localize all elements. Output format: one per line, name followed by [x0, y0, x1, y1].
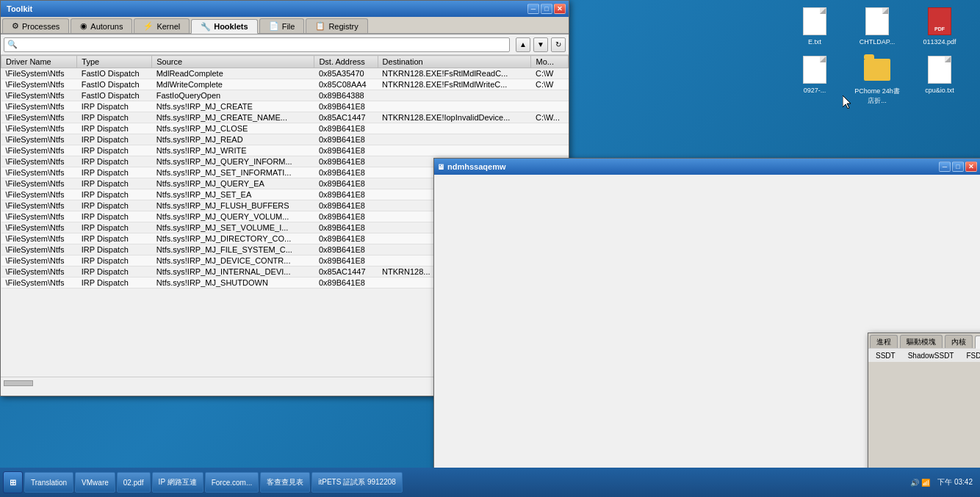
- cell-driver: \FileSystem\Ntfs: [1, 189, 77, 200]
- desktop-icon-0927[interactable]: 0927-...: [789, 52, 840, 109]
- tab-icon: ⚡: [143, 21, 154, 31]
- cell-dst: 0x89B641E8: [314, 233, 378, 244]
- tab-icon: 📋: [315, 21, 325, 31]
- mouse-cursor: [843, 95, 851, 109]
- cell-dst: 0x89B641E8: [314, 277, 378, 289]
- cell-type: FastIO Dispatch: [77, 68, 152, 79]
- cell-source: Ntfs.sys!IRP_MJ_INTERNAL_DEVI...: [152, 266, 314, 277]
- tab-驅動模塊[interactable]: 驅動模塊: [900, 335, 943, 348]
- table-row[interactable]: \FileSystem\Ntfs FastIO Dispatch FastIoQ…: [1, 90, 569, 101]
- tab-hooklets[interactable]: 🔧 Hooklets: [191, 19, 257, 34]
- tab-autoruns[interactable]: ◉ Autoruns: [71, 18, 132, 33]
- tab-內核[interactable]: 內核: [945, 335, 973, 348]
- taskbar-item[interactable]: Force.com...: [205, 472, 259, 493]
- tab-icon: ◉: [80, 21, 87, 31]
- cell-type: IRP Dispatch: [77, 101, 152, 112]
- minimize-button-2[interactable]: ─: [939, 162, 951, 172]
- cell-type: IRP Dispatch: [77, 222, 152, 233]
- cell-dst: 0x89B641E8: [314, 134, 378, 145]
- cell-type: IRP Dispatch: [77, 178, 152, 189]
- cell-source: Ntfs.sys!IRP_MJ_CREATE: [152, 101, 314, 112]
- cell-mod: [531, 101, 569, 112]
- table-row[interactable]: \FileSystem\Ntfs IRP Dispatch Ntfs.sys!I…: [1, 123, 569, 134]
- cell-source: Ntfs.sys!IRP_MJ_CLOSE: [152, 123, 314, 134]
- cell-dst: 0x85AC1447: [314, 112, 378, 123]
- cell-type: IRP Dispatch: [77, 277, 152, 289]
- cell-driver: \FileSystem\Ntfs: [1, 101, 77, 112]
- nav-up-button[interactable]: ▲: [516, 37, 530, 52]
- cell-source: Ntfs.sys!IRP_MJ_DIRECTORY_CO...: [152, 233, 314, 244]
- taskbar-item[interactable]: IP 網路互連: [152, 472, 203, 493]
- cell-driver: \FileSystem\Ntfs: [1, 266, 77, 277]
- taskbar-item[interactable]: itPETS 証試系 9912208: [311, 472, 403, 493]
- cell-driver: \FileSystem\Ntfs: [1, 68, 77, 79]
- desktop-icon-chtldap[interactable]: CHTLDAP...: [851, 4, 903, 48]
- cell-driver: \FileSystem\Ntfs: [1, 112, 77, 123]
- tab-進程[interactable]: 進程: [870, 335, 898, 348]
- taskbar-item[interactable]: VMware: [75, 472, 115, 493]
- cell-driver: \FileSystem\Ntfs: [1, 90, 77, 101]
- minimize-button[interactable]: ─: [527, 4, 539, 14]
- nav-down-button[interactable]: ▼: [533, 37, 548, 52]
- desktop-icon-etxt[interactable]: E.txt: [789, 4, 840, 48]
- cell-driver: \FileSystem\Ntfs: [1, 200, 77, 211]
- cell-dst: 0x85AC1447: [314, 266, 378, 277]
- second-title-icon: 🖥: [437, 163, 444, 171]
- tab2-SSDT[interactable]: SSDT: [870, 349, 901, 362]
- desktop-icon-pdf[interactable]: PDF 011324.pdf: [914, 4, 965, 48]
- cell-source: Ntfs.sys!IRP_MJ_WRITE: [152, 145, 314, 156]
- maximize-button-2[interactable]: □: [952, 162, 964, 172]
- tab2-ShadowSSDT[interactable]: ShadowSSDT: [902, 349, 960, 362]
- cell-dst: 0x89B641E8: [314, 211, 378, 222]
- desktop-icon-cpuio[interactable]: cpu&io.txt: [914, 52, 965, 109]
- cell-driver: \FileSystem\Ntfs: [1, 222, 77, 233]
- cell-type: IRP Dispatch: [77, 255, 152, 266]
- table-row[interactable]: \FileSystem\Ntfs FastIO Dispatch MdlRead…: [1, 68, 569, 79]
- cell-dst: 0x89B64388: [314, 90, 378, 101]
- cell-driver: \FileSystem\Ntfs: [1, 79, 77, 90]
- clock: 下午 03:42: [933, 476, 977, 489]
- taskbar-item[interactable]: Translation: [24, 472, 73, 493]
- close-button-2[interactable]: ✕: [965, 162, 977, 172]
- tab-icon: 🔧: [201, 22, 211, 32]
- taskbar-item[interactable]: 02.pdf: [117, 472, 151, 493]
- tab-kernel[interactable]: ⚡ Kernel: [134, 18, 190, 33]
- table-row[interactable]: \FileSystem\Ntfs FastIO Dispatch MdlWrit…: [1, 79, 569, 90]
- maximize-button[interactable]: □: [541, 4, 552, 14]
- tab-processes[interactable]: ⚙ Processes: [2, 18, 69, 33]
- table-row[interactable]: \FileSystem\Ntfs IRP Dispatch Ntfs.sys!I…: [1, 134, 569, 145]
- close-button[interactable]: ✕: [554, 4, 566, 14]
- cell-driver: \FileSystem\Ntfs: [1, 156, 77, 167]
- cell-type: IRP Dispatch: [77, 156, 152, 167]
- col-dest: Destination: [378, 56, 531, 68]
- toolkit-titlebar: Toolkit ─ □ ✕: [1, 1, 569, 17]
- cell-source: Ntfs.sys!IRP_MJ_FLUSH_BUFFERS: [152, 200, 314, 211]
- tab-registry[interactable]: 📋 Registry: [306, 18, 367, 33]
- table-row[interactable]: \FileSystem\Ntfs IRP Dispatch Ntfs.sys!I…: [1, 145, 569, 156]
- cell-source: MdlReadComplete: [152, 68, 314, 79]
- tab2-FSD[interactable]: FSD: [960, 349, 980, 362]
- cell-mod: C:\W: [531, 68, 569, 79]
- table-row[interactable]: \FileSystem\Ntfs IRP Dispatch Ntfs.sys!I…: [1, 112, 569, 123]
- cell-type: IRP Dispatch: [77, 244, 152, 255]
- second-tabs-row1: 進程驅動模塊內核內核鉤子應用層鉤子網絡注冊表文件啟動項服務系統進程電腦體檢配置關…: [868, 333, 980, 348]
- taskbar-item[interactable]: 客查查見表: [260, 472, 310, 493]
- cell-dst: 0x85C08AA4: [314, 79, 378, 90]
- cell-mod: [531, 134, 569, 145]
- tab-file[interactable]: 📄 File: [259, 18, 305, 33]
- desktop-icon-pchome[interactable]: PChome 24h書店折...: [851, 52, 903, 109]
- cell-type: IRP Dispatch: [77, 266, 152, 277]
- cell-source: Ntfs.sys!IRP_MJ_SHUTDOWN: [152, 277, 314, 289]
- start-icon: ⊞: [10, 478, 16, 487]
- tab-內核鉤子[interactable]: 內核鉤子: [975, 335, 980, 349]
- start-button[interactable]: ⊞: [3, 471, 23, 493]
- cell-mod: [531, 123, 569, 134]
- desktop-icons: E.txt CHTLDAP... PDF 011324.pdf 0927-...…: [789, 4, 973, 109]
- refresh-button[interactable]: ↻: [551, 37, 566, 52]
- second-window-controls: ─ □ ✕: [939, 162, 977, 172]
- col-source: Source: [152, 56, 314, 68]
- search-input[interactable]: [20, 40, 506, 49]
- cell-mod: C:\W...: [531, 112, 569, 123]
- cell-dst: 0x89B641E8: [314, 178, 378, 189]
- table-row[interactable]: \FileSystem\Ntfs IRP Dispatch Ntfs.sys!I…: [1, 101, 569, 112]
